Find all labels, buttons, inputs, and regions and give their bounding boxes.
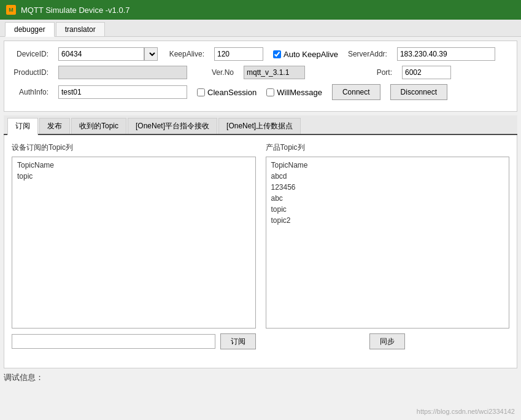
subscribe-input[interactable] xyxy=(12,334,215,349)
product-topic-column: 产品Topic列 TopicName abcd 123456 abc topic… xyxy=(266,142,510,349)
sync-bottom-row: 同步 xyxy=(266,333,510,349)
disconnect-button[interactable]: Disconnect xyxy=(390,84,447,100)
auto-keepalive-group: Auto KeepAlive xyxy=(273,50,338,59)
device-topic-column: 设备订阅的Topic列 TopicName topic 订阅 xyxy=(12,142,256,349)
device-id-wrapper xyxy=(58,47,158,61)
will-message-group: WillMessage xyxy=(266,88,322,97)
will-message-checkbox[interactable] xyxy=(266,88,274,96)
list-item[interactable]: topic xyxy=(15,171,253,182)
device-topic-header: TopicName xyxy=(15,160,253,171)
verno-input xyxy=(244,66,305,79)
subscribe-bottom-row: 订阅 xyxy=(12,333,256,349)
server-addr-label: ServerAddr: xyxy=(348,50,387,58)
verno-label: Ver.No xyxy=(197,68,234,77)
config-row-3: AuthInfo: CleanSession WillMessage Conne… xyxy=(12,84,509,100)
keepalive-input[interactable] xyxy=(214,47,263,61)
product-topic-title: 产品Topic列 xyxy=(266,142,510,153)
product-id-input[interactable] xyxy=(58,66,187,79)
auth-info-input[interactable] xyxy=(58,85,187,99)
product-topic-list[interactable]: TopicName abcd 123456 abc topic topic2 xyxy=(266,157,510,329)
debug-bar: 调试信息： xyxy=(4,372,517,383)
sync-button[interactable]: 同步 xyxy=(369,333,405,349)
tab-translator[interactable]: translator xyxy=(56,22,105,36)
port-label: Port: xyxy=(355,68,392,77)
clean-session-checkbox[interactable] xyxy=(197,88,205,96)
auto-keepalive-label: Auto KeepAlive xyxy=(284,50,338,59)
list-item[interactable]: 123456 xyxy=(269,182,507,193)
clean-session-group: CleanSession xyxy=(197,88,257,97)
list-item[interactable]: topic xyxy=(269,204,507,215)
device-topic-list[interactable]: TopicName topic xyxy=(12,157,256,329)
debug-label: 调试信息： xyxy=(4,373,44,382)
config-panel: DeviceID: KeepAlive: Auto KeepAlive Serv… xyxy=(4,41,517,112)
tab-subscribe[interactable]: 订阅 xyxy=(7,118,38,135)
subscribe-button[interactable]: 订阅 xyxy=(220,333,256,349)
inner-tabs-bar: 订阅 发布 收到的Topic [OneNet]平台指令接收 [OneNet]上传… xyxy=(4,115,517,135)
tab-onenet-cmd[interactable]: [OneNet]平台指令接收 xyxy=(128,118,217,134)
config-row-2: ProductID: Ver.No Port: xyxy=(12,66,509,79)
title-bar: M MQTT Simulate Device -v1.0.7 xyxy=(0,0,521,20)
port-input[interactable] xyxy=(402,66,451,79)
server-addr-input[interactable] xyxy=(397,47,495,61)
clean-session-label: CleanSession xyxy=(207,88,257,97)
device-id-label: DeviceID: xyxy=(12,50,48,58)
list-item[interactable]: abc xyxy=(269,193,507,204)
auth-info-label: AuthInfo: xyxy=(12,88,48,96)
tab-publish[interactable]: 发布 xyxy=(39,118,70,134)
keepalive-label: KeepAlive: xyxy=(168,50,204,58)
device-topic-title: 设备订阅的Topic列 xyxy=(12,142,256,153)
tab-debugger[interactable]: debugger xyxy=(5,22,55,37)
tab-received-topic[interactable]: 收到的Topic xyxy=(71,118,126,134)
connect-button[interactable]: Connect xyxy=(332,84,380,100)
subscribe-content: 设备订阅的Topic列 TopicName topic 订阅 产品Topic列 … xyxy=(4,135,517,368)
topic-columns: 设备订阅的Topic列 TopicName topic 订阅 产品Topic列 … xyxy=(12,142,509,349)
app-icon: M xyxy=(6,5,16,15)
device-id-input[interactable] xyxy=(58,47,144,61)
list-item[interactable]: topic2 xyxy=(269,215,507,226)
tab-onenet-upload[interactable]: [OneNet]上传数据点 xyxy=(218,118,301,134)
watermark: https://blog.csdn.net/wci2334142 xyxy=(417,408,515,415)
auto-keepalive-checkbox[interactable] xyxy=(273,50,281,58)
product-topic-header: TopicName xyxy=(269,160,507,171)
app-title: MQTT Simulate Device -v1.0.7 xyxy=(21,6,129,15)
main-tabs-bar: debugger translator xyxy=(0,20,521,37)
list-item[interactable]: abcd xyxy=(269,171,507,182)
product-id-label: ProductID: xyxy=(12,68,48,77)
will-message-label: WillMessage xyxy=(277,88,322,97)
config-row-1: DeviceID: KeepAlive: Auto KeepAlive Serv… xyxy=(12,47,509,61)
device-id-dropdown[interactable] xyxy=(144,47,158,61)
